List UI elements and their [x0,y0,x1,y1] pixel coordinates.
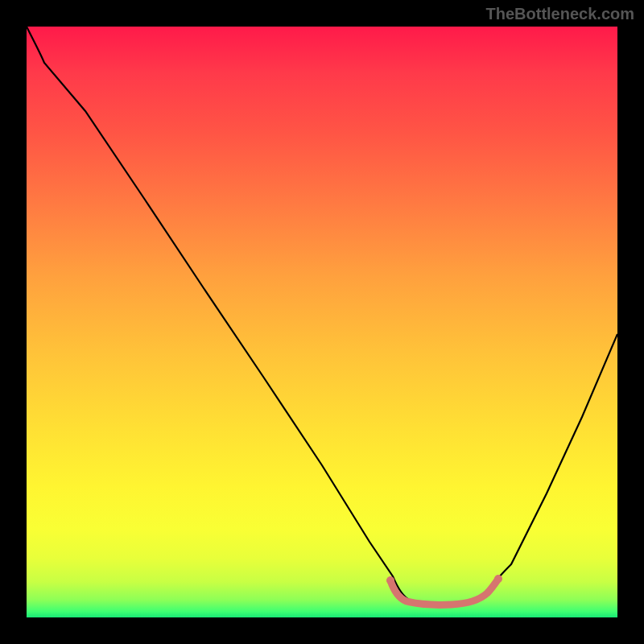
optimal-range-marker [390,579,498,605]
optimal-end-dot [494,575,502,583]
optimal-start-dot [386,576,394,584]
watermark-text: TheBottleneck.com [486,5,634,23]
bottleneck-curve [27,27,617,604]
chart-svg [27,27,617,617]
plot-area [27,27,617,617]
